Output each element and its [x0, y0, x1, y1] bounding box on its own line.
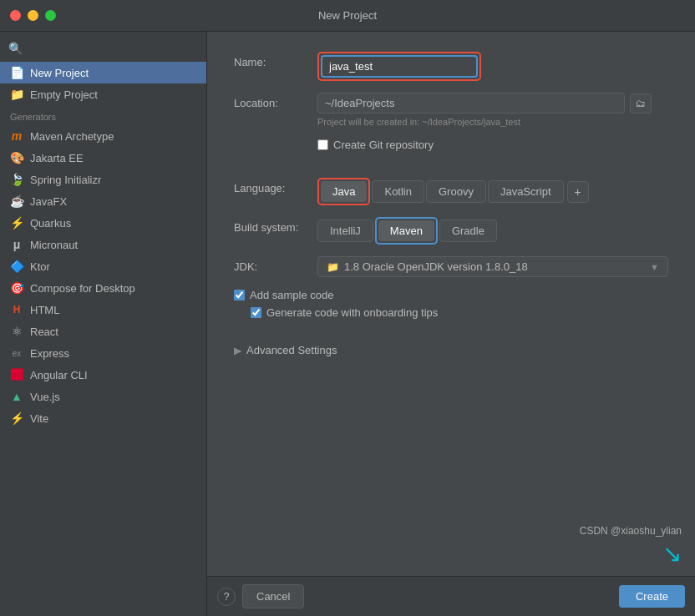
- sample-code-checkbox[interactable]: [234, 290, 245, 300]
- express-icon: ex: [10, 346, 23, 360]
- jdk-icon: 📁: [327, 261, 339, 273]
- name-input[interactable]: [321, 55, 478, 78]
- sidebar-item-angular-cli[interactable]: 🅰 Angular CLI: [0, 364, 206, 386]
- java-button[interactable]: Java: [321, 181, 367, 202]
- sidebar-item-javafx[interactable]: ☕ JavaFX: [0, 190, 206, 212]
- maven-archetype-icon: m: [10, 129, 23, 143]
- build-control: IntelliJ Maven Gradle: [317, 217, 668, 245]
- sample-section: Add sample code Generate code with onboa…: [234, 289, 668, 332]
- sidebar-item-label: Compose for Desktop: [30, 282, 135, 295]
- jdk-dropdown[interactable]: 📁 1.8 Oracle OpenJDK version 1.8.0_18 ▼: [317, 256, 668, 277]
- kotlin-button[interactable]: Kotlin: [372, 180, 424, 203]
- name-label: Name:: [234, 52, 317, 68]
- close-button[interactable]: [10, 10, 21, 21]
- new-project-icon: 📄: [10, 66, 23, 79]
- cancel-button[interactable]: Cancel: [242, 584, 304, 608]
- javascript-button[interactable]: JavaScript: [488, 180, 564, 203]
- html-icon: H: [10, 303, 23, 316]
- search-area: 🔍: [0, 38, 206, 62]
- groovy-button[interactable]: Groovy: [426, 180, 486, 203]
- jakarta-ee-icon: 🎨: [10, 151, 23, 164]
- sidebar-item-label: Empty Project: [30, 88, 98, 101]
- sidebar-item-label: Jakarta EE: [30, 152, 84, 164]
- name-input-highlight: [317, 52, 481, 81]
- content-wrapper: Name: Location: 🗂 Proj: [207, 32, 695, 616]
- chevron-right-icon: ▶: [234, 345, 241, 356]
- empty-project-icon: 📁: [10, 88, 23, 101]
- micronaut-icon: μ: [10, 238, 23, 251]
- jdk-label: JDK:: [234, 256, 317, 273]
- create-button[interactable]: Create: [619, 585, 685, 608]
- git-label: Create Git repository: [333, 139, 434, 151]
- name-control: [317, 52, 668, 81]
- sidebar-item-label: Quarkus: [30, 217, 71, 230]
- add-language-button[interactable]: +: [567, 181, 589, 203]
- sidebar-item-label: Express: [30, 347, 69, 360]
- footer-left: ? Cancel: [217, 584, 304, 608]
- vite-icon: ⚡: [10, 412, 23, 425]
- sidebar-item-react[interactable]: ⚛ React: [0, 321, 206, 342]
- sidebar-item-label: React: [30, 326, 58, 338]
- main-layout: 🔍 📄 New Project 📁 Empty Project Generato…: [0, 32, 695, 616]
- intellij-button[interactable]: IntelliJ: [317, 220, 373, 242]
- sidebar-item-label: Micronaut: [30, 239, 78, 251]
- sidebar: 🔍 📄 New Project 📁 Empty Project Generato…: [0, 32, 207, 616]
- build-btn-group: IntelliJ Maven Gradle: [317, 217, 668, 245]
- window-controls: [10, 10, 56, 21]
- footer: ? Cancel Create: [207, 576, 695, 616]
- sidebar-item-maven-archetype[interactable]: m Maven Archetype: [0, 125, 206, 147]
- sidebar-item-label: Vite: [30, 412, 48, 425]
- git-checkbox[interactable]: [317, 139, 328, 150]
- git-row: Create Git repository: [234, 139, 668, 164]
- advanced-settings-row[interactable]: ▶ Advanced Settings: [234, 344, 668, 356]
- language-row: Language: Java Kotlin Groovy JavaScript …: [234, 178, 668, 205]
- browse-folder-button[interactable]: 🗂: [630, 93, 652, 114]
- angular-icon: 🅰: [10, 368, 23, 381]
- sidebar-item-label: Vue.js: [30, 391, 60, 403]
- onboarding-checkbox[interactable]: [251, 307, 261, 318]
- build-row: Build system: IntelliJ Maven Gradle: [234, 217, 668, 245]
- location-label: Location:: [234, 93, 317, 109]
- onboarding-row: Generate code with onboarding tips: [234, 306, 668, 319]
- maven-button[interactable]: Maven: [378, 220, 434, 241]
- sidebar-item-label: JavaFX: [30, 195, 67, 208]
- minimize-button[interactable]: [28, 10, 38, 21]
- sidebar-item-new-project[interactable]: 📄 New Project: [0, 62, 206, 83]
- java-highlight: Java: [317, 178, 370, 205]
- sidebar-item-vuejs[interactable]: ▲ Vue.js: [0, 386, 206, 407]
- generators-label: Generators: [0, 105, 206, 125]
- sample-code-label: Add sample code: [250, 289, 333, 301]
- language-btn-group: Java Kotlin Groovy JavaScript +: [317, 178, 668, 205]
- quarkus-icon: ⚡: [10, 216, 23, 230]
- advanced-settings-label: Advanced Settings: [246, 344, 337, 356]
- ktor-icon: 🔷: [10, 260, 23, 273]
- jdk-row: JDK: 📁 1.8 Oracle OpenJDK version 1.8.0_…: [234, 256, 668, 277]
- sample-code-row: Add sample code: [234, 289, 668, 301]
- search-icon: 🔍: [8, 42, 23, 55]
- location-input[interactable]: [317, 93, 625, 114]
- sidebar-item-empty-project[interactable]: 📁 Empty Project: [0, 83, 206, 105]
- jdk-value: 1.8 Oracle OpenJDK version 1.8.0_18: [344, 260, 528, 273]
- sidebar-item-jakarta-ee[interactable]: 🎨 Jakarta EE: [0, 147, 206, 169]
- sidebar-item-ktor[interactable]: 🔷 Ktor: [0, 255, 206, 277]
- sidebar-item-quarkus[interactable]: ⚡ Quarkus: [0, 212, 206, 234]
- git-checkbox-row: Create Git repository: [317, 139, 434, 151]
- sidebar-item-html[interactable]: H HTML: [0, 299, 206, 321]
- sidebar-item-vite[interactable]: ⚡ Vite: [0, 407, 206, 429]
- jdk-control: 📁 1.8 Oracle OpenJDK version 1.8.0_18 ▼: [317, 256, 668, 277]
- sidebar-item-compose-desktop[interactable]: 🎯 Compose for Desktop: [0, 277, 206, 299]
- titlebar: New Project: [0, 0, 695, 32]
- name-row: Name:: [234, 52, 668, 81]
- sidebar-item-label: New Project: [30, 67, 89, 79]
- build-label: Build system:: [234, 217, 317, 234]
- window-title: New Project: [318, 9, 377, 22]
- javafx-icon: ☕: [10, 194, 23, 208]
- language-control: Java Kotlin Groovy JavaScript +: [317, 178, 668, 205]
- gradle-button[interactable]: Gradle: [439, 220, 497, 242]
- maven-highlight: Maven: [375, 217, 438, 245]
- help-button[interactable]: ?: [217, 588, 236, 606]
- sidebar-item-express[interactable]: ex Express: [0, 342, 206, 364]
- sidebar-item-spring-initializr[interactable]: 🍃 Spring Initializr: [0, 169, 206, 190]
- maximize-button[interactable]: [45, 10, 56, 21]
- sidebar-item-micronaut[interactable]: μ Micronaut: [0, 234, 206, 255]
